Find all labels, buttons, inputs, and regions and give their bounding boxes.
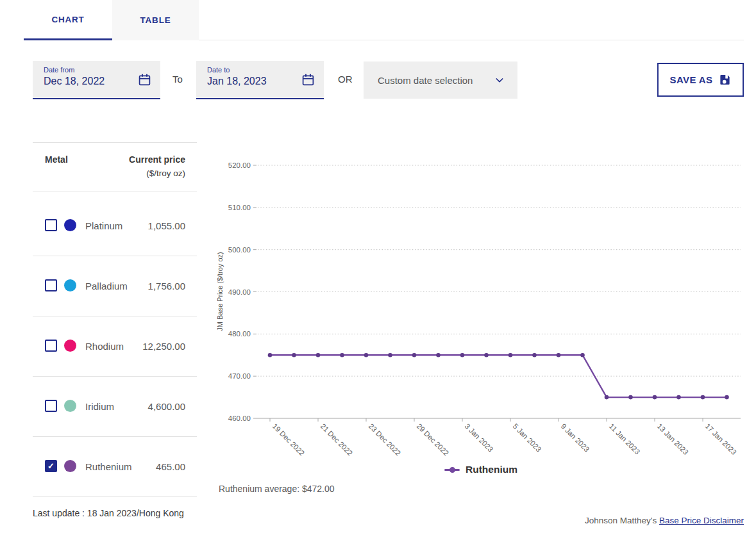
svg-text:480.00: 480.00 [228,330,251,338]
metal-row-platinum: Platinum 1,055.00 [33,195,197,256]
svg-text:490.00: 490.00 [228,288,251,296]
metal-name: Palladium [85,281,128,291]
metal-price: 465.00 [156,461,185,472]
save-as-label: SAVE AS [670,74,713,85]
price-line-chart: 460.00470.00480.00490.00500.00510.00520.… [215,154,747,463]
metal-price: 1,055.00 [148,220,185,231]
calendar-icon[interactable] [301,73,315,86]
metal-name: Ruthenium [85,461,132,472]
price-column-unit: ($/troy oz) [146,168,185,178]
series-average-text: Ruthenium average: $472.00 [219,484,335,494]
metal-color-dot [64,460,76,472]
metal-checkbox[interactable] [45,279,57,291]
svg-text:510.00: 510.00 [228,204,251,211]
date-from-label: Date from [44,66,151,74]
metal-row-palladium: Palladium 1,756.00 [33,256,197,316]
metal-price: 1,756.00 [148,281,185,291]
metal-price: 12,250.00 [142,341,185,352]
metal-row-ruthenium: Ruthenium 465.00 [33,436,197,496]
footer-disclaimer: Johnson Matthey's Base Price Disclaimer [585,516,744,525]
svg-text:9 Jan 2023: 9 Jan 2023 [560,422,591,454]
chart-legend[interactable]: Ruthenium [215,464,747,475]
date-from-field[interactable]: Date from Dec 18, 2022 [33,61,160,99]
date-to-label: Date to [207,66,315,74]
svg-text:3 Jan 2023: 3 Jan 2023 [464,422,495,454]
chevron-down-icon [494,75,505,85]
svg-text:11 Jan 2023: 11 Jan 2023 [608,422,642,456]
to-text: To [172,74,183,85]
date-from-value: Dec 18, 2022 [44,76,151,87]
svg-text:13 Jan 2023: 13 Jan 2023 [656,422,690,456]
price-column-header: Current price [129,154,185,165]
metal-checkbox[interactable] [45,340,57,352]
save-icon [719,74,731,86]
or-text: OR [338,74,353,85]
metal-color-dot [64,340,76,352]
calendar-icon[interactable] [138,73,151,86]
last-update-text: Last update : 18 Jan 2023/Hong Kong [33,508,184,518]
svg-text:29 Dec 2022: 29 Dec 2022 [416,422,451,457]
metal-name: Platinum [85,220,122,231]
metal-name: Iridium [85,401,114,412]
svg-text:470.00: 470.00 [228,372,251,380]
metal-name: Rhodium [85,341,124,352]
metal-price: 4,600.00 [148,401,185,412]
svg-text:19 Dec 2022: 19 Dec 2022 [271,422,307,457]
metal-color-dot [64,219,76,231]
tab-table[interactable]: TABLE [112,0,199,40]
metal-color-dot [64,400,76,412]
custom-date-dropdown-value: Custom date selection [378,75,473,86]
tab-table-label: TABLE [140,15,171,25]
svg-text:17 Jan 2023: 17 Jan 2023 [704,422,738,456]
tab-chart[interactable]: CHART [24,0,112,40]
svg-text:21 Dec 2022: 21 Dec 2022 [319,422,355,457]
legend-series-label: Ruthenium [466,464,517,475]
base-price-disclaimer-link[interactable]: Base Price Disclaimer [659,516,744,525]
metal-column-header: Metal [45,154,68,165]
save-as-button[interactable]: SAVE AS [657,63,744,97]
tab-chart-label: CHART [51,15,84,24]
svg-text:23 Dec 2022: 23 Dec 2022 [367,422,403,457]
metal-checkbox[interactable] [45,219,57,231]
metal-checkbox[interactable] [45,400,57,412]
svg-text:JM Base Price ($/troy oz): JM Base Price ($/troy oz) [216,252,224,331]
svg-text:5 Jan 2023: 5 Jan 2023 [512,422,543,454]
date-to-field[interactable]: Date to Jan 18, 2023 [196,61,324,99]
svg-text:500.00: 500.00 [228,246,251,254]
metal-row-rhodium: Rhodium 12,250.00 [33,316,197,376]
tab-bar: TABLE CHART [24,0,744,40]
custom-date-dropdown[interactable]: Custom date selection [364,62,517,99]
metal-row-iridium: Iridium 4,600.00 [33,376,197,436]
legend-series-marker [444,469,460,471]
svg-text:520.00: 520.00 [228,161,251,169]
metal-color-dot [64,279,76,291]
date-to-value: Jan 18, 2023 [207,76,315,87]
metal-checkbox[interactable] [45,460,57,472]
svg-text:460.00: 460.00 [228,414,251,422]
disclaimer-prefix: Johnson Matthey's [585,516,659,525]
